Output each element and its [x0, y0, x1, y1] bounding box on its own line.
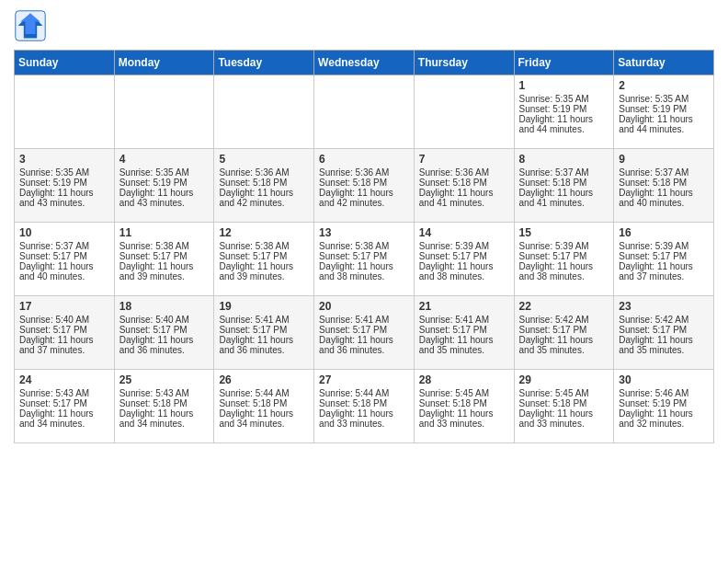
logo [14, 9, 51, 42]
sunrise: Sunrise: 5:39 AM [519, 241, 589, 251]
week-row-5: 24Sunrise: 5:43 AMSunset: 5:17 PMDayligh… [15, 370, 714, 443]
sunrise: Sunrise: 5:41 AM [419, 315, 489, 325]
sunset: Sunset: 5:18 PM [119, 398, 188, 408]
page-header [14, 9, 714, 42]
sunrise: Sunrise: 5:45 AM [519, 388, 589, 398]
header-thursday: Thursday [414, 51, 514, 75]
day-number: 16 [619, 226, 709, 239]
daylight: Daylight: 11 hours and 33 minutes. [519, 408, 594, 429]
sunset: Sunset: 5:19 PM [519, 104, 587, 114]
week-row-3: 10Sunrise: 5:37 AMSunset: 5:17 PMDayligh… [15, 223, 714, 296]
daylight: Daylight: 11 hours and 38 minutes. [419, 261, 494, 282]
calendar-cell: 11Sunrise: 5:38 AMSunset: 5:17 PMDayligh… [114, 223, 214, 296]
header-saturday: Saturday [614, 51, 714, 75]
sunrise: Sunrise: 5:39 AM [419, 241, 489, 251]
day-number: 30 [619, 373, 709, 386]
daylight: Daylight: 11 hours and 34 minutes. [219, 408, 293, 429]
day-number: 20 [319, 300, 409, 313]
calendar-cell: 9Sunrise: 5:37 AMSunset: 5:18 PMDaylight… [614, 149, 714, 223]
sunrise: Sunrise: 5:41 AM [319, 315, 389, 325]
header-wednesday: Wednesday [314, 51, 415, 75]
calendar-cell: 5Sunrise: 5:36 AMSunset: 5:18 PMDaylight… [214, 149, 314, 223]
calendar-cell: 6Sunrise: 5:36 AMSunset: 5:18 PMDaylight… [314, 149, 415, 223]
sunrise: Sunrise: 5:35 AM [619, 94, 688, 104]
day-number: 1 [519, 79, 609, 92]
daylight: Daylight: 11 hours and 36 minutes. [219, 335, 293, 355]
sunset: Sunset: 5:19 PM [19, 178, 87, 188]
calendar-cell: 20Sunrise: 5:41 AMSunset: 5:17 PMDayligh… [314, 296, 415, 370]
sunrise: Sunrise: 5:38 AM [219, 241, 289, 251]
day-number: 22 [519, 300, 609, 313]
sunrise: Sunrise: 5:42 AM [619, 315, 688, 325]
daylight: Daylight: 11 hours and 40 minutes. [19, 261, 94, 282]
sunrise: Sunrise: 5:44 AM [219, 388, 289, 398]
calendar-cell [314, 75, 415, 149]
sunset: Sunset: 5:17 PM [219, 251, 287, 261]
calendar-cell: 3Sunrise: 5:35 AMSunset: 5:19 PMDaylight… [15, 149, 115, 223]
sunrise: Sunrise: 5:37 AM [619, 167, 688, 178]
day-number: 9 [619, 153, 709, 166]
daylight: Daylight: 11 hours and 43 minutes. [19, 188, 94, 208]
sunset: Sunset: 5:17 PM [19, 398, 87, 408]
day-number: 17 [19, 300, 109, 313]
sunrise: Sunrise: 5:36 AM [419, 167, 489, 178]
calendar-header-row: SundayMondayTuesdayWednesdayThursdayFrid… [15, 51, 714, 75]
sunset: Sunset: 5:18 PM [619, 178, 687, 188]
logo-icon [14, 9, 47, 42]
sunrise: Sunrise: 5:37 AM [19, 241, 89, 251]
calendar-cell: 14Sunrise: 5:39 AMSunset: 5:17 PMDayligh… [414, 223, 514, 296]
sunrise: Sunrise: 5:46 AM [619, 388, 688, 398]
calendar-cell: 2Sunrise: 5:35 AMSunset: 5:19 PMDaylight… [614, 75, 714, 149]
sunrise: Sunrise: 5:38 AM [119, 241, 189, 251]
day-number: 18 [119, 300, 210, 313]
sunset: Sunset: 5:18 PM [319, 178, 387, 188]
sunset: Sunset: 5:18 PM [319, 398, 387, 408]
day-number: 13 [319, 226, 409, 239]
daylight: Daylight: 11 hours and 38 minutes. [519, 261, 594, 282]
day-number: 8 [519, 153, 609, 166]
sunrise: Sunrise: 5:44 AM [319, 388, 389, 398]
sunset: Sunset: 5:17 PM [619, 251, 687, 261]
sunset: Sunset: 5:17 PM [419, 325, 487, 335]
daylight: Daylight: 11 hours and 37 minutes. [19, 335, 94, 355]
week-row-2: 3Sunrise: 5:35 AMSunset: 5:19 PMDaylight… [15, 149, 714, 223]
sunset: Sunset: 5:17 PM [119, 251, 188, 261]
sunrise: Sunrise: 5:43 AM [19, 388, 89, 398]
daylight: Daylight: 11 hours and 37 minutes. [619, 261, 693, 282]
calendar-cell: 15Sunrise: 5:39 AMSunset: 5:17 PMDayligh… [514, 223, 614, 296]
day-number: 28 [419, 373, 509, 386]
calendar-cell: 25Sunrise: 5:43 AMSunset: 5:18 PMDayligh… [114, 370, 214, 443]
daylight: Daylight: 11 hours and 42 minutes. [319, 188, 393, 208]
day-number: 12 [219, 226, 309, 239]
day-number: 3 [19, 153, 109, 166]
daylight: Daylight: 11 hours and 35 minutes. [619, 335, 693, 355]
calendar-cell: 19Sunrise: 5:41 AMSunset: 5:17 PMDayligh… [214, 296, 314, 370]
day-number: 6 [319, 153, 409, 166]
sunset: Sunset: 5:17 PM [19, 251, 87, 261]
sunrise: Sunrise: 5:40 AM [19, 315, 89, 325]
week-row-4: 17Sunrise: 5:40 AMSunset: 5:17 PMDayligh… [15, 296, 714, 370]
daylight: Daylight: 11 hours and 35 minutes. [419, 335, 494, 355]
calendar-cell: 26Sunrise: 5:44 AMSunset: 5:18 PMDayligh… [214, 370, 314, 443]
daylight: Daylight: 11 hours and 40 minutes. [619, 188, 693, 208]
calendar-cell: 10Sunrise: 5:37 AMSunset: 5:17 PMDayligh… [15, 223, 115, 296]
day-number: 19 [219, 300, 309, 313]
day-number: 24 [19, 373, 109, 386]
daylight: Daylight: 11 hours and 44 minutes. [619, 114, 693, 134]
sunset: Sunset: 5:18 PM [419, 398, 487, 408]
calendar-cell: 7Sunrise: 5:36 AMSunset: 5:18 PMDaylight… [414, 149, 514, 223]
calendar-cell: 16Sunrise: 5:39 AMSunset: 5:17 PMDayligh… [614, 223, 714, 296]
day-number: 29 [519, 373, 609, 386]
calendar-cell: 21Sunrise: 5:41 AMSunset: 5:17 PMDayligh… [414, 296, 514, 370]
sunset: Sunset: 5:19 PM [619, 104, 687, 114]
sunset: Sunset: 5:19 PM [119, 178, 188, 188]
sunrise: Sunrise: 5:43 AM [119, 388, 189, 398]
daylight: Daylight: 11 hours and 34 minutes. [19, 408, 94, 429]
daylight: Daylight: 11 hours and 33 minutes. [319, 408, 393, 429]
calendar-cell [15, 75, 115, 149]
daylight: Daylight: 11 hours and 43 minutes. [119, 188, 194, 208]
daylight: Daylight: 11 hours and 41 minutes. [419, 188, 494, 208]
sunrise: Sunrise: 5:36 AM [319, 167, 389, 178]
daylight: Daylight: 11 hours and 35 minutes. [519, 335, 594, 355]
calendar-cell: 4Sunrise: 5:35 AMSunset: 5:19 PMDaylight… [114, 149, 214, 223]
